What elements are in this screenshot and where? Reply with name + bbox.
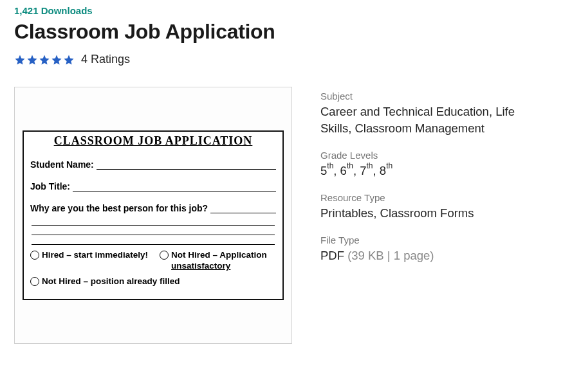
star-icon: [63, 54, 75, 66]
option-not-hired-filled-label: Not Hired – position already filled: [42, 276, 180, 287]
star-icon: [26, 54, 38, 66]
file-type-detail: (39 KB | 1 page): [347, 249, 434, 262]
file-type-value: PDF (39 KB | 1 page): [320, 247, 549, 264]
radio-icon: [160, 251, 169, 260]
radio-icon: [30, 251, 39, 260]
blank-line: [73, 183, 276, 192]
radio-icon: [30, 277, 39, 286]
star-icon: [39, 54, 50, 66]
student-name-label: Student Name:: [30, 159, 94, 170]
resource-type-value[interactable]: Printables, Classroom Forms: [320, 205, 549, 222]
resource-type-label: Resource Type: [320, 192, 549, 203]
option-hired: Hired – start immediately!: [30, 250, 148, 261]
job-title-line: Job Title:: [30, 181, 276, 192]
grade-levels-label: Grade Levels: [320, 150, 549, 161]
subject-value[interactable]: Career and Technical Education, Life Ski…: [320, 103, 549, 137]
option-not-hired-app: Not Hired – Application unsatisfactory: [160, 250, 267, 272]
blank-line: [210, 204, 276, 213]
option-not-hired-app-label: Not Hired – Application unsatisfactory: [171, 250, 267, 272]
star-icon: [14, 54, 26, 66]
downloads-count[interactable]: 1,421 Downloads: [14, 5, 549, 16]
ratings-count[interactable]: 4 Ratings: [81, 53, 130, 66]
blank-line: [32, 235, 275, 235]
blank-line: [32, 225, 275, 226]
subject-label: Subject: [320, 91, 549, 102]
file-type-label: File Type: [320, 235, 549, 245]
star-rating[interactable]: [14, 54, 75, 66]
why-line: Why are you the best person for this job…: [30, 203, 276, 213]
rating-row[interactable]: 4 Ratings: [14, 53, 549, 66]
separator-line: [32, 244, 275, 245]
option-not-hired-filled: Not Hired – position already filled: [30, 276, 180, 287]
grade-levels-value[interactable]: 5th, 6th, 7th, 8th: [320, 163, 549, 179]
star-icon: [51, 54, 62, 66]
preview-image[interactable]: CLASSROOM JOB APPLICATION Student Name: …: [14, 87, 292, 344]
option-hired-label: Hired – start immediately!: [42, 250, 148, 261]
worksheet-preview: CLASSROOM JOB APPLICATION Student Name: …: [23, 130, 284, 301]
metadata-panel: Subject Career and Technical Education, …: [320, 87, 549, 277]
page-title: Classroom Job Application: [14, 20, 549, 44]
worksheet-heading: CLASSROOM JOB APPLICATION: [30, 134, 276, 148]
why-label: Why are you the best person for this job…: [30, 203, 208, 213]
job-title-label: Job Title:: [30, 181, 70, 192]
status-options: Hired – start immediately! Not Hired – A…: [30, 250, 276, 288]
student-name-line: Student Name:: [30, 159, 276, 170]
file-type-name: PDF: [320, 249, 344, 262]
blank-line: [97, 161, 276, 170]
